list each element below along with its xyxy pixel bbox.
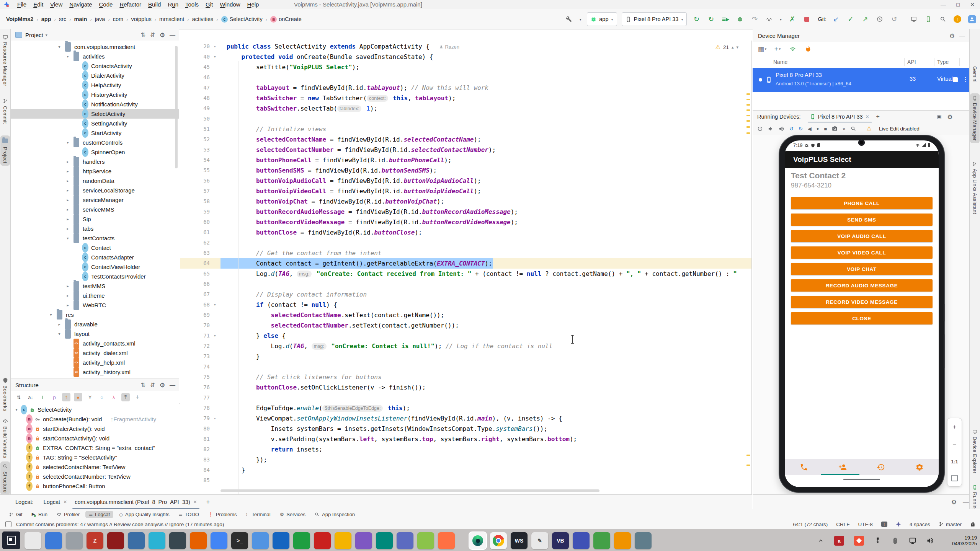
tray-amd-icon[interactable]: a <box>834 536 844 546</box>
scroll-to-source-icon[interactable]: ⤓ <box>133 393 142 401</box>
home-icon[interactable]: ● <box>817 126 819 131</box>
chevron-down-icon[interactable]: ▾ <box>65 52 70 61</box>
gutter-line-number[interactable]: 20 <box>180 41 210 52</box>
sort-alphabetically-icon[interactable]: a↓ <box>26 393 35 401</box>
warning-stripe-mark[interactable] <box>746 455 750 456</box>
taskbar-app-icon[interactable]: ✎ <box>531 532 548 549</box>
code-line[interactable]: 67// Display contact information <box>180 289 751 300</box>
toolwindow-terminal[interactable]: 〉_Terminal <box>243 511 274 518</box>
code-line[interactable]: 50 <box>180 114 751 124</box>
chevron-right-icon[interactable]: ▸ <box>65 224 70 233</box>
menu-help[interactable]: Help <box>244 0 263 9</box>
taskbar-app-icon[interactable] <box>149 532 165 549</box>
git-branch-widget[interactable]: master <box>939 522 962 527</box>
code-line[interactable]: 40▾protected void onCreate(Bundle savedI… <box>180 52 751 62</box>
taskbar-app-icon[interactable] <box>24 532 41 549</box>
gutter-line-number[interactable]: 73 <box>180 351 210 362</box>
code-line[interactable]: 71▾} else { <box>180 331 751 341</box>
code-line[interactable]: 62 <box>180 238 751 248</box>
code-line[interactable]: 84} <box>180 465 751 475</box>
gutter-line-number[interactable]: 83 <box>180 455 210 465</box>
gutter-line-number[interactable]: 51 <box>180 124 210 134</box>
expand-all-icon[interactable]: ⇅ <box>141 381 146 389</box>
gear-icon[interactable]: ⚙ <box>951 499 957 506</box>
logcat-tab[interactable]: com.voipplus.mmsclient (Pixel_8_Pro_API_… <box>71 495 201 509</box>
chevron-down-icon[interactable]: ▾ <box>57 42 62 52</box>
project-tree-item[interactable]: cSelectActivity <box>11 109 179 119</box>
taskbar-app-icon[interactable] <box>107 532 124 549</box>
add-device-icon[interactable]: +▾ <box>773 44 782 54</box>
phone-button-send-sms[interactable]: SEND SMS <box>791 214 933 226</box>
warning-stripe-mark[interactable] <box>746 93 750 95</box>
project-tree-item[interactable]: cSettingActivity <box>11 119 179 128</box>
gutter-line-number[interactable]: 81 <box>180 434 210 444</box>
tool-stripe-build-variants[interactable]: Build Variants <box>0 416 10 460</box>
code-line[interactable]: 47tabLayout = findViewById(R.id.tabLayou… <box>180 83 751 93</box>
chevron-right-icon[interactable]: ▸ <box>65 291 70 300</box>
nav-person-add-icon[interactable] <box>838 463 847 471</box>
warning-stripe-mark[interactable] <box>746 104 750 106</box>
gear-icon[interactable]: ⚙ <box>160 31 165 39</box>
gutter-line-number[interactable]: 67 <box>180 289 210 300</box>
inspections-widget[interactable]: ⚠ 21 ▴ ▾ <box>713 43 741 51</box>
window-close-button[interactable]: ✕ <box>970 2 975 8</box>
project-tree-item[interactable]: <>activity_history.xml <box>11 367 179 377</box>
volume-up-icon[interactable] <box>779 126 784 132</box>
project-tree-item[interactable]: cContactsAdapter <box>11 253 179 262</box>
rotate-left-icon[interactable]: ↺ <box>789 126 794 132</box>
taskbar-app-icon[interactable] <box>614 532 631 549</box>
menu-view[interactable]: View <box>47 0 66 9</box>
scroll-from-source-icon[interactable]: ⤒ <box>121 393 130 401</box>
chevron-down-icon[interactable]: ▾ <box>57 329 62 339</box>
nav-call-icon[interactable] <box>800 463 808 471</box>
code-line[interactable]: 72Log.d(TAG, msg: "onCreate: Contact is … <box>180 341 751 351</box>
next-warning-icon[interactable]: ▾ <box>736 45 738 50</box>
project-tree-item[interactable]: cContactViewHolder <box>11 262 179 272</box>
toolwindow-app-inspection[interactable]: App Inspection <box>311 511 358 518</box>
project-tree-item[interactable]: <>activity_dialer.xml <box>11 348 179 358</box>
code-line[interactable]: 85 <box>180 475 751 486</box>
tool-stripe-project[interactable]: Project <box>0 135 10 166</box>
taskbar-app-icon[interactable] <box>66 532 83 549</box>
chevron-down-icon[interactable]: ▾ <box>46 33 51 37</box>
project-tree-item[interactable]: ▸randomData <box>11 176 179 186</box>
error-stripe[interactable] <box>746 41 751 494</box>
window-minimize-button[interactable]: — <box>941 2 946 8</box>
project-tree-item[interactable]: ▸Sip <box>11 214 179 224</box>
gutter-line-number[interactable]: 46 <box>180 72 210 83</box>
phone-button-record-video-message[interactable]: RECORD VIDEO MESSAGE <box>791 296 933 308</box>
device-grid-icon[interactable]: ▦▾ <box>757 44 767 54</box>
project-tree-item[interactable]: ▾layout <box>11 329 179 339</box>
power-icon[interactable] <box>757 126 763 132</box>
start-menu-button[interactable] <box>2 531 20 549</box>
phone-button-voip-audio-call[interactable]: VOIP AUDIO CALL <box>791 230 933 242</box>
column-header-api[interactable]: API <box>907 56 916 68</box>
phone-button-close[interactable]: CLOSE <box>791 312 933 324</box>
add-tab-button[interactable]: + <box>206 499 210 505</box>
warning-stripe-mark[interactable] <box>746 126 750 128</box>
breadcrumb-item[interactable]: com <box>112 15 124 23</box>
project-tree-item[interactable]: ▾activities <box>11 52 179 61</box>
tray-mouse-icon[interactable] <box>892 537 899 544</box>
gutter-line-number[interactable]: 75 <box>180 372 210 382</box>
code-line[interactable]: 66 <box>180 279 751 289</box>
overview-icon[interactable]: ■ <box>824 126 827 132</box>
taskbar-app-icon[interactable] <box>314 532 331 549</box>
zoom-reset-button[interactable]: 1:1 <box>951 459 958 465</box>
toolwindow-services[interactable]: ⚙Services <box>276 511 309 518</box>
taskbar-app-icon[interactable] <box>376 532 393 549</box>
gutter-line-number[interactable]: 72 <box>180 341 210 351</box>
code-line[interactable]: 68▾if (contact != null) { <box>180 300 751 310</box>
taskbar-app-icon[interactable] <box>417 532 434 549</box>
project-tree-item[interactable]: ▸handlers <box>11 157 179 166</box>
fold-marker-icon[interactable]: ▾ <box>214 41 216 52</box>
breadcrumb-item[interactable]: VoipMms2 <box>5 15 34 23</box>
line-separator[interactable]: CRLF <box>836 522 849 527</box>
chevron-right-icon[interactable]: ▸ <box>65 214 70 224</box>
menu-git[interactable]: Git <box>202 0 216 9</box>
code-line[interactable]: 53selectedContactNumber = findViewById(R… <box>180 145 751 155</box>
code-line[interactable]: 70selectedContactNumber.setText(contact.… <box>180 320 751 331</box>
fold-marker-icon[interactable]: ▾ <box>214 52 216 62</box>
project-tree-item[interactable]: cHistoryActivity <box>11 90 179 99</box>
phone-screen[interactable]: 7:19 VoipPLUS Select Test Contact 2 987-… <box>785 140 939 487</box>
